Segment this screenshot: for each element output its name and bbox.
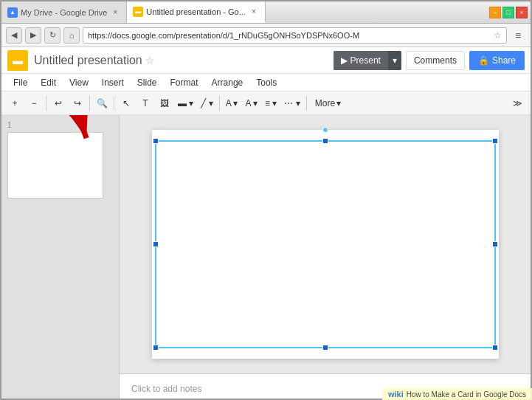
more-arrow-icon: ▾ xyxy=(336,98,341,108)
back-button[interactable]: ◀ xyxy=(6,27,22,44)
resize-handle-bm[interactable] xyxy=(322,345,328,351)
slide-canvas[interactable] xyxy=(152,130,499,359)
slides-panel-inner: 1 xyxy=(7,121,113,199)
present-dropdown[interactable]: ▾ xyxy=(388,51,401,70)
resize-handle-bl[interactable] xyxy=(153,345,159,351)
slides-app-icon: ▬ xyxy=(7,50,28,71)
editor-area: Click to add notes ··· xyxy=(120,115,531,399)
share-label: Share xyxy=(492,55,516,66)
tab-label-drive: My Drive - Google Drive xyxy=(21,8,107,17)
address-bar: ◀ ▶ ↻ ⌂ https://docs.google.com/presenta… xyxy=(1,24,531,47)
minimize-button[interactable]: − xyxy=(489,7,501,18)
undo-button[interactable]: ↩ xyxy=(49,94,67,112)
comments-button[interactable]: Comments xyxy=(406,51,465,70)
selected-text-box[interactable] xyxy=(155,140,496,348)
toolbar-separator-2 xyxy=(89,96,90,111)
resize-handle-tl[interactable] xyxy=(153,138,159,144)
line-tool[interactable]: ╱ ▾ xyxy=(198,94,215,112)
select-tool[interactable]: ↖ xyxy=(117,94,135,112)
refresh-button[interactable]: ↻ xyxy=(44,27,61,44)
toolbar-separator-1 xyxy=(46,96,46,111)
menu-tools[interactable]: Tools xyxy=(250,76,283,89)
url-bar[interactable]: https://docs.google.com/presentation/d/1… xyxy=(83,27,507,44)
present-button[interactable]: ▶ Present ▾ xyxy=(334,51,401,70)
google-drive-favicon: ▲ xyxy=(7,7,18,18)
border-dash-tool[interactable]: ⋯ ▾ xyxy=(281,94,303,112)
text-box-tool[interactable]: T xyxy=(137,94,154,112)
bookmark-icon[interactable]: ☆ xyxy=(494,30,502,41)
fill-color-tool[interactable]: A ▾ xyxy=(223,94,241,112)
tab-close-presentation[interactable]: × xyxy=(249,7,259,17)
slides-favicon: ▬ xyxy=(133,7,143,17)
zoom-minus-button[interactable]: − xyxy=(25,94,43,112)
url-text: https://docs.google.com/presentation/d/1… xyxy=(88,31,491,40)
present-arrow-icon: ▾ xyxy=(393,55,397,66)
doc-star-icon[interactable]: ☆ xyxy=(145,55,155,66)
rotation-handle[interactable] xyxy=(322,127,328,133)
resize-handle-br[interactable] xyxy=(492,345,498,351)
menu-file[interactable]: File xyxy=(7,76,33,89)
menu-format[interactable]: Format xyxy=(165,76,204,89)
toolbar-separator-5 xyxy=(306,96,307,111)
wiki-logo: wiki xyxy=(388,390,404,399)
resize-handle-tm[interactable] xyxy=(322,138,328,144)
home-button[interactable]: ⌂ xyxy=(63,27,80,44)
header-actions: ▶ Present ▾ Comments 🔒 Share xyxy=(334,51,525,70)
browser-menu-button[interactable]: ≡ xyxy=(510,27,526,44)
menu-edit[interactable]: Edit xyxy=(35,76,62,89)
toolbar: + − ↩ ↪ 🔍 ↖ T 🖼 ▬ ▾ ╱ ▾ A ▾ A ▾ ≡ ▾ ⋯ ▾ … xyxy=(1,92,531,115)
notes-placeholder: Click to add notes xyxy=(131,384,201,394)
present-main: ▶ Present xyxy=(334,51,388,70)
app-header: ▬ Untitled presentation ☆ ▶ Present ▾ Co… xyxy=(1,47,531,74)
border-weight-tool[interactable]: ≡ ▾ xyxy=(262,94,280,112)
share-lock-icon: 🔒 xyxy=(478,55,489,66)
menu-arrange[interactable]: Arrange xyxy=(206,76,249,89)
shape-tool[interactable]: ▬ ▾ xyxy=(175,94,196,112)
more-button[interactable]: More ▾ xyxy=(310,94,346,112)
wiki-how-to: How to Make a Card in Google Docs xyxy=(407,390,526,399)
resize-handle-ml[interactable] xyxy=(153,241,159,247)
slides-panel: 1 xyxy=(1,115,120,399)
zoom-button[interactable]: 🔍 xyxy=(93,94,111,112)
tab-label-presentation: Untitled presentation - Go... xyxy=(146,7,246,16)
tab-presentation[interactable]: ▬ Untitled presentation - Go... × xyxy=(127,1,266,23)
zoom-in-button[interactable]: + xyxy=(6,94,24,112)
share-button[interactable]: 🔒 Share xyxy=(469,51,525,70)
border-color-tool[interactable]: A ▾ xyxy=(242,94,260,112)
tab-google-drive[interactable]: ▲ My Drive - Google Drive × xyxy=(1,1,127,23)
menu-bar: File Edit View Insert Slide Format Arran… xyxy=(1,74,531,92)
menu-insert[interactable]: Insert xyxy=(96,76,130,89)
present-icon: ▶ xyxy=(341,55,348,66)
title-bar: ▲ My Drive - Google Drive × ▬ Untitled p… xyxy=(1,1,531,24)
doc-title-text[interactable]: Untitled presentation xyxy=(34,54,142,67)
maximize-button[interactable]: □ xyxy=(502,7,514,18)
slide-thumbnail-1[interactable] xyxy=(7,132,103,199)
forward-button[interactable]: ▶ xyxy=(25,27,41,44)
wiki-watermark: wiki How to Make a Card in Google Docs xyxy=(382,388,532,400)
resize-handle-tr[interactable] xyxy=(492,138,498,144)
resize-handle-mr[interactable] xyxy=(492,241,498,247)
present-label: Present xyxy=(350,55,381,66)
slide-number-1: 1 xyxy=(7,121,113,129)
toolbar-separator-3 xyxy=(114,96,114,111)
image-tool[interactable]: 🖼 xyxy=(156,94,173,112)
browser-window: ▲ My Drive - Google Drive × ▬ Untitled p… xyxy=(0,0,532,400)
doc-title: Untitled presentation ☆ xyxy=(34,54,328,67)
redo-button[interactable]: ↪ xyxy=(69,94,86,112)
toolbar-separator-4 xyxy=(219,96,220,111)
collapse-toolbar-button[interactable]: ≫ xyxy=(508,94,526,112)
more-label: More xyxy=(315,98,335,108)
window-controls: − □ × xyxy=(489,1,531,23)
slide-canvas-wrapper xyxy=(120,115,531,373)
close-button[interactable]: × xyxy=(516,7,528,18)
menu-view[interactable]: View xyxy=(63,76,94,89)
tab-close-drive[interactable]: × xyxy=(110,7,120,18)
menu-slide[interactable]: Slide xyxy=(131,76,163,89)
main-content: 1 xyxy=(1,115,531,399)
